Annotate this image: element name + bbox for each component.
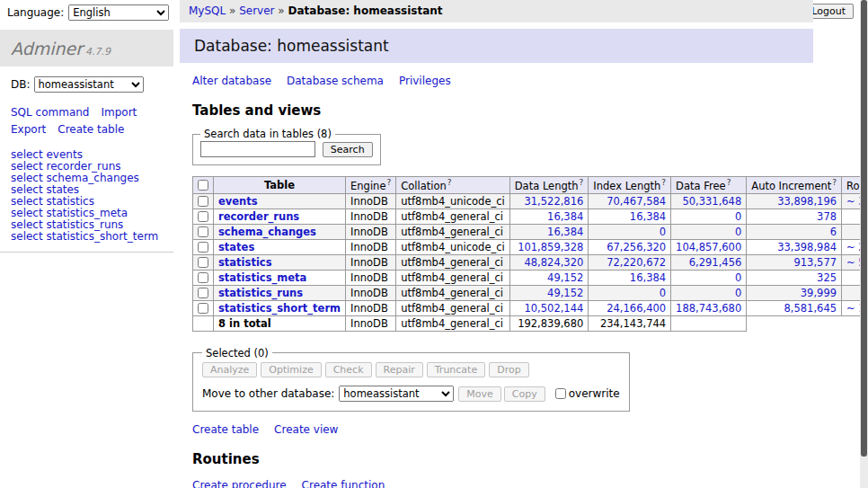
auto-increment-link[interactable]: 33,398,984 <box>777 241 837 253</box>
sidebar-table-link-select-states[interactable]: select states <box>11 183 79 196</box>
breadcrumb-current: Database: homeassistant <box>288 4 443 17</box>
data-length-link[interactable]: 16,384 <box>547 226 583 238</box>
data-length-link[interactable]: 101,859,328 <box>518 241 583 253</box>
sidebar-action-export[interactable]: Export <box>11 123 46 136</box>
help-link[interactable]: ? <box>447 178 452 187</box>
help-link[interactable]: ? <box>661 178 666 187</box>
search-input[interactable] <box>200 141 315 157</box>
index-length-link[interactable]: 70,467,584 <box>607 195 666 208</box>
data-length-link[interactable]: 16,384 <box>547 210 583 223</box>
move-button[interactable]: Move <box>458 386 501 402</box>
help-link[interactable]: ? <box>832 178 837 187</box>
sidebar-action-sql-command[interactable]: SQL command <box>11 106 89 119</box>
link-create-procedure[interactable]: Create procedure <box>192 479 287 488</box>
help-link[interactable]: ? <box>727 178 731 187</box>
select-all-checkbox[interactable] <box>198 180 208 191</box>
auto-increment-link[interactable]: 39,999 <box>801 287 837 299</box>
sidebar-table-link-select-events[interactable]: select events <box>11 148 83 161</box>
table-name-link[interactable]: statistics <box>218 256 272 269</box>
row-checkbox[interactable] <box>198 196 208 207</box>
help-link[interactable]: ? <box>580 178 584 187</box>
data-length-link[interactable]: 49,152 <box>547 271 583 284</box>
row-checkbox[interactable] <box>198 272 208 283</box>
data-free-link[interactable]: 188,743,680 <box>676 302 741 315</box>
data-free-link[interactable]: 50,331,648 <box>682 195 741 208</box>
auto-increment-link[interactable]: 913,577 <box>793 256 837 269</box>
sidebar-table-link-select-recorder-runs[interactable]: select recorder_runs <box>11 160 121 173</box>
sidebar-table-link-select-statistics-runs[interactable]: select statistics_runs <box>11 218 123 231</box>
sidebar-table-link-select-statistics-meta[interactable]: select statistics_meta <box>11 207 128 219</box>
scrollbar[interactable] <box>860 0 868 488</box>
index-length-link[interactable]: 0 <box>660 226 666 238</box>
auto-increment-link[interactable]: 378 <box>817 210 837 223</box>
sidebar-table-link-select-statistics-short-term[interactable]: select statistics_short_term <box>11 230 158 243</box>
search-button[interactable]: Search <box>323 142 373 157</box>
sidebar-action-import[interactable]: Import <box>101 106 137 119</box>
table-name-link[interactable]: statistics_meta <box>218 271 306 284</box>
link-privileges[interactable]: Privileges <box>399 75 451 87</box>
data-free-link[interactable]: 6,291,456 <box>689 256 742 269</box>
selected-action-check[interactable]: Check <box>325 362 372 377</box>
link-database-schema[interactable]: Database schema <box>287 75 384 87</box>
table-name-link[interactable]: schema_changes <box>218 226 316 238</box>
move-db-select[interactable]: homeassistant <box>339 386 454 402</box>
row-checkbox[interactable] <box>198 257 208 268</box>
help-link[interactable]: ? <box>386 178 391 187</box>
auto-increment-cell: 39,999 <box>747 285 842 300</box>
link-create-function[interactable]: Create function <box>302 479 385 488</box>
index-length-link[interactable]: 16,384 <box>630 210 666 223</box>
index-length-link[interactable]: 24,166,400 <box>607 302 666 315</box>
auto-increment-link[interactable]: 325 <box>817 271 837 284</box>
breadcrumb-link-mysql[interactable]: MySQL <box>189 4 226 17</box>
row-checkbox[interactable] <box>198 211 208 222</box>
db-select[interactable]: homeassistant <box>34 76 144 93</box>
link-create-view[interactable]: Create view <box>274 423 338 436</box>
data-free-link[interactable]: 0 <box>735 271 741 284</box>
row-checkbox[interactable] <box>198 226 208 237</box>
row-checkbox[interactable] <box>198 242 208 253</box>
copy-button[interactable]: Copy <box>504 386 545 402</box>
table-name-link[interactable]: statistics_runs <box>218 287 303 299</box>
link-alter-database[interactable]: Alter database <box>192 75 271 87</box>
auto-increment-link[interactable]: 8,581,645 <box>784 302 837 315</box>
table-name-link[interactable]: states <box>218 241 254 253</box>
row-checkbox[interactable] <box>198 288 208 298</box>
table-name-link[interactable]: events <box>218 195 258 208</box>
data-length-cell: 101,859,328 <box>509 239 589 254</box>
data-free-link[interactable]: 104,857,600 <box>676 241 741 253</box>
data-length-link[interactable]: 49,152 <box>547 287 583 299</box>
sidebar-table-link-select-schema-changes[interactable]: select schema_changes <box>11 172 139 184</box>
index-length-link[interactable]: 67,256,320 <box>607 241 666 253</box>
row-checkbox[interactable] <box>198 303 208 314</box>
scrollbar-thumb[interactable] <box>861 0 867 457</box>
index-length-link[interactable]: 16,384 <box>630 271 666 284</box>
breadcrumb-link-server[interactable]: Server <box>239 4 274 17</box>
sidebar-action-create-table[interactable]: Create table <box>58 123 124 136</box>
table-name-link[interactable]: statistics_short_term <box>218 302 341 315</box>
selected-action-drop[interactable]: Drop <box>489 362 528 377</box>
link-create-table[interactable]: Create table <box>192 423 259 436</box>
auto-increment-link[interactable]: 6 <box>830 226 837 238</box>
selected-action-repair[interactable]: Repair <box>376 362 423 377</box>
auto-increment-link[interactable]: 33,898,196 <box>777 195 837 208</box>
collation-cell: utf8mb4_unicode_ci <box>396 193 510 209</box>
index-length-link[interactable]: 0 <box>660 287 666 299</box>
data-free-link[interactable]: 0 <box>735 210 741 223</box>
data-length-link[interactable]: 48,824,320 <box>524 256 583 269</box>
selected-action-analyze[interactable]: Analyze <box>202 362 257 377</box>
selected-action-truncate[interactable]: Truncate <box>427 362 485 377</box>
data-length-link[interactable]: 10,502,144 <box>524 302 583 315</box>
overwrite-checkbox[interactable] <box>555 388 566 399</box>
app-logo[interactable]: Adminer <box>11 39 83 58</box>
data-free-link[interactable]: 0 <box>735 287 741 299</box>
table-name-link[interactable]: recorder_runs <box>218 210 299 223</box>
language-select[interactable]: English <box>68 4 169 21</box>
data-free-link[interactable]: 0 <box>735 226 741 238</box>
table-name-cell: statistics <box>214 254 346 270</box>
selected-action-optimize[interactable]: Optimize <box>261 362 321 377</box>
data-length-link[interactable]: 31,522,816 <box>524 195 583 208</box>
auto-increment-cell: 8,581,645 <box>747 300 842 315</box>
sidebar-table-link-select-statistics[interactable]: select statistics <box>11 195 94 208</box>
index-length-cell: 0 <box>589 224 671 239</box>
index-length-link[interactable]: 72,220,672 <box>607 256 666 269</box>
